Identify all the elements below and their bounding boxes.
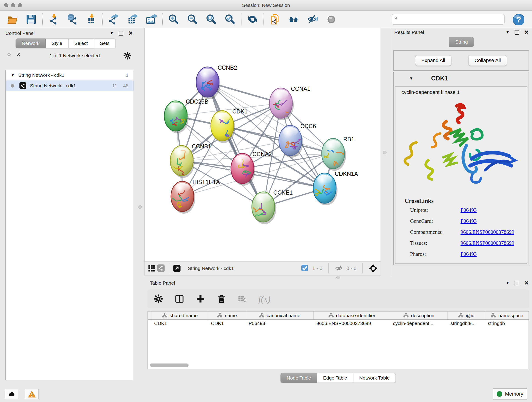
network-selected-status: 1 of 1 Network selected [26, 53, 123, 58]
table-settings-gear-icon[interactable] [153, 294, 164, 304]
memory-button[interactable]: Memory [493, 389, 527, 400]
control-panel-collapse-icon[interactable]: ▼ [110, 31, 114, 36]
node-CCNB1[interactable]: CCNB1 [170, 143, 211, 178]
node-HIST1H1A[interactable]: HIST1H1A [171, 179, 220, 214]
collapse-all-networks-icon[interactable] [7, 52, 14, 59]
crosslink-link[interactable]: P06493 [461, 207, 476, 213]
string-home-icon[interactable] [288, 13, 300, 25]
crosslink-link[interactable]: 9606.ENSP00000378699 [461, 229, 514, 235]
import-string-network-icon[interactable] [269, 13, 281, 25]
zoom-out-icon[interactable] [186, 13, 198, 25]
control-panel-float-icon[interactable] [119, 31, 123, 36]
column-header-shared-name[interactable]: shared name [152, 312, 208, 319]
edge-CCNB2-CCNE1[interactable] [208, 82, 263, 207]
cloud-status-button[interactable] [5, 389, 19, 399]
grid-view-icon[interactable] [147, 264, 157, 273]
string-network-graph[interactable]: CCNB2CCNA1CDC25BCDK1CDC6RB1CCNB1CCNA2CDK… [145, 28, 380, 261]
search-box[interactable] [392, 14, 505, 25]
gray-orb-icon[interactable] [325, 13, 337, 25]
node-CCNE1[interactable]: CCNE1 [252, 189, 293, 224]
results-panel-close-icon[interactable]: ✕ [524, 30, 529, 35]
show-columns-icon[interactable] [174, 294, 185, 304]
open-session-icon[interactable] [6, 13, 18, 25]
selected-checkbox-icon[interactable] [300, 264, 310, 273]
table-panel-close-icon[interactable]: ✕ [524, 281, 529, 285]
network-row-selected[interactable]: String Network - cdk1 11 48 [6, 80, 133, 91]
node-CDC6[interactable]: CDC6 [279, 123, 316, 158]
table-cell[interactable]: stringdb:9... [448, 320, 485, 328]
tab-string[interactable]: String [449, 37, 474, 47]
save-session-icon[interactable] [25, 13, 37, 25]
expand-all-networks-icon[interactable] [17, 52, 23, 59]
zoom-in-icon[interactable] [168, 13, 180, 25]
column-header-name[interactable]: name [208, 312, 246, 319]
search-input[interactable] [402, 17, 502, 22]
table-panel-float-icon[interactable] [515, 281, 519, 285]
results-panel-float-icon[interactable] [515, 30, 519, 35]
help-button[interactable]: ? [512, 13, 524, 25]
tab-network-table[interactable]: Network Table [353, 373, 396, 383]
share-view-icon[interactable] [157, 264, 166, 273]
add-column-icon[interactable] [195, 294, 206, 304]
memory-status-dot [497, 391, 502, 397]
control-panel-close-icon[interactable]: ✕ [128, 31, 133, 36]
network-options-gear-icon[interactable] [123, 51, 132, 60]
node-label-CDC6: CDC6 [300, 123, 316, 129]
hide-glass-icon[interactable] [307, 13, 318, 25]
column-header-database-identifier[interactable]: database identifier [314, 312, 390, 319]
import-table-file-icon[interactable] [85, 13, 97, 25]
table-cell[interactable]: stringdb [485, 320, 529, 328]
crosslink-link[interactable]: P06493 [461, 218, 476, 224]
table-panel-collapse-icon[interactable]: ▼ [506, 281, 510, 285]
table-cell[interactable]: CDK1 [152, 320, 208, 328]
delete-column-icon[interactable] [216, 294, 227, 304]
node-CCNB2[interactable]: CCNB2 [196, 64, 237, 99]
crosslink-link[interactable]: 9606.ENSP00000378699 [461, 240, 514, 246]
export-table-icon[interactable] [127, 13, 138, 25]
node-CDKN1A[interactable]: CDKN1A [313, 171, 358, 205]
column-header--id[interactable]: @id [448, 312, 485, 319]
tab-style[interactable]: Style [46, 38, 69, 48]
results-panel-collapse-icon[interactable]: ▼ [506, 30, 510, 35]
collection-expand-icon[interactable]: ▼ [11, 73, 15, 77]
tab-network[interactable]: Network [16, 38, 46, 48]
tab-node-table[interactable]: Node Table [280, 373, 317, 383]
table-cell[interactable]: P06493 [246, 320, 314, 328]
apply-layout-icon[interactable] [247, 13, 259, 25]
crosslink-link[interactable]: P06493 [461, 251, 476, 257]
tab-sets[interactable]: Sets [94, 38, 116, 48]
import-network-database-icon[interactable] [66, 13, 78, 25]
fit-content-crosshair-icon[interactable] [369, 264, 378, 273]
network-canvas[interactable]: CCNB2CCNA1CDC25BCDK1CDC6RB1CCNB1CCNA2CDK… [144, 28, 381, 261]
node-CCNA1[interactable]: CCNA1 [269, 85, 310, 120]
birdseye-view-icon[interactable] [172, 264, 181, 273]
table-horizontal-scrollbar[interactable] [150, 364, 189, 367]
node-CCNA2[interactable]: CCNA2 [231, 151, 272, 186]
collapse-all-button[interactable]: Collapse All [468, 55, 507, 66]
column-header-namespace[interactable]: namespace [485, 312, 529, 319]
expand-all-button[interactable]: Expand All [415, 55, 451, 66]
node-RB1[interactable]: RB1 [322, 136, 355, 171]
zoom-fit-icon[interactable] [205, 13, 217, 25]
node-CDC25B[interactable]: CDC25B [164, 98, 209, 133]
table-cell[interactable]: CDK1 [208, 320, 246, 328]
export-network-icon[interactable] [108, 13, 120, 25]
warnings-button[interactable] [25, 389, 39, 399]
right-splitter-handle[interactable] [383, 151, 386, 154]
table-cell[interactable]: cyclin-dependent ... [390, 320, 448, 328]
network-collection-row[interactable]: ▼ String Network - cdk1 1 [6, 70, 133, 80]
left-splitter-handle[interactable] [138, 205, 142, 209]
tab-select[interactable]: Select [69, 38, 94, 48]
table-row[interactable]: CDK1CDK1P064939606.ENSP00000378699cyclin… [148, 320, 529, 328]
cloud-icon [8, 390, 16, 398]
zoom-selected-icon[interactable] [224, 13, 236, 25]
edge-CDK1-RB1[interactable] [222, 126, 333, 153]
column-header-canonical-name[interactable]: canonical name [246, 312, 314, 319]
column-header-description[interactable]: description [390, 312, 448, 319]
export-image-icon[interactable] [145, 13, 157, 25]
import-network-file-icon[interactable] [48, 13, 60, 25]
tab-edge-table[interactable]: Edge Table [317, 373, 353, 383]
table-cell[interactable]: 9606.ENSP00000378699 [314, 320, 390, 328]
gene-expand-icon[interactable]: ▼ [409, 76, 413, 81]
gene-name: CDK1 [431, 75, 448, 82]
